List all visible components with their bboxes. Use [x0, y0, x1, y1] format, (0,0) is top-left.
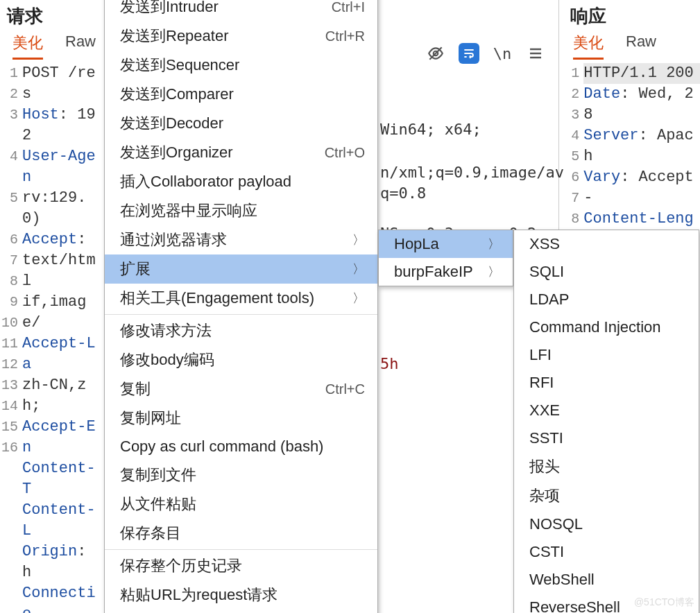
menu-item[interactable]: 扩展〉: [105, 254, 377, 284]
menu-item[interactable]: CSTI: [514, 538, 699, 566]
line-number: 7: [0, 250, 18, 271]
menu-item-label: 发送到Organizer: [120, 142, 233, 163]
menu-item[interactable]: 修改body编码: [105, 345, 377, 374]
menu-item-label: LDAP: [529, 291, 569, 309]
menu-item[interactable]: 相关工具(Engagement tools)〉: [105, 284, 377, 313]
line-number: 4: [0, 146, 18, 167]
menu-item[interactable]: 添加到站点地图: [105, 610, 377, 613]
menu-item[interactable]: 修改请求方法: [105, 316, 377, 345]
code-line: Content-T: [22, 458, 102, 500]
tab-pretty-response[interactable]: 美化: [573, 33, 604, 60]
menu-item[interactable]: Copy as curl command (bash): [105, 433, 377, 460]
menu-shortcut: Ctrl+R: [325, 28, 365, 44]
menu-item-label: WebShell: [529, 571, 595, 589]
menu-icon[interactable]: [525, 43, 546, 64]
menu-shortcut: Ctrl+I: [332, 0, 365, 15]
menu-item-label: XSS: [529, 235, 560, 253]
wrap-lines-icon[interactable]: [459, 43, 479, 64]
code-line: Vary: Accept-: [583, 167, 700, 209]
menu-item-label: 修改body编码: [120, 349, 214, 370]
code-line: Content-L: [22, 500, 102, 542]
menu-item-label: SSTI: [529, 429, 563, 447]
code-line: text/html: [22, 250, 102, 292]
menu-item[interactable]: XXE: [514, 397, 699, 424]
menu-item[interactable]: 发送到OrganizerCtrl+O: [105, 138, 377, 167]
menu-item[interactable]: ReverseShell: [514, 594, 699, 613]
menu-item[interactable]: HopLa〉: [379, 230, 513, 258]
menu-item[interactable]: 复制Ctrl+C: [105, 374, 377, 404]
tab-pretty-request[interactable]: 美化: [12, 33, 43, 60]
code-line: rv:129.0): [22, 188, 102, 230]
menu-separator: [105, 549, 377, 550]
menu-item-label: RFI: [529, 374, 554, 392]
request-gutter: 12345678910111213141516: [0, 63, 22, 613]
menu-item[interactable]: LFI: [514, 341, 699, 369]
code-line: zh-CN,zh;: [22, 375, 102, 417]
menu-item[interactable]: 通过浏览器请求〉: [105, 225, 377, 254]
menu-item-label: ReverseShell: [529, 598, 620, 613]
menu-item[interactable]: 复制到文件: [105, 460, 377, 490]
code-line: Accept-En: [22, 417, 102, 458]
menu-separator: [105, 314, 377, 315]
menu-item-label: HopLa: [394, 235, 439, 253]
menu-item[interactable]: SSTI: [514, 424, 699, 452]
request-code[interactable]: POST /resHost: 192User-Agenrv:129.0)Acce…: [22, 63, 102, 613]
menu-item[interactable]: RFI: [514, 369, 699, 397]
menu-item-label: 发送到Sequencer: [120, 55, 239, 76]
menu-item-label: 修改请求方法: [120, 320, 212, 341]
menu-item[interactable]: 保存条目: [105, 519, 377, 548]
code-line: POST /res: [22, 63, 102, 105]
code-line: Server: Apach: [583, 126, 700, 167]
menu-item[interactable]: XSS: [514, 230, 699, 258]
tab-raw-response[interactable]: Raw: [626, 33, 656, 60]
menu-item[interactable]: 插入Collaborator payload: [105, 167, 377, 196]
menu-item[interactable]: 从文件粘贴: [105, 490, 377, 519]
menu-item[interactable]: 发送到Comparer: [105, 80, 377, 109]
line-number: 15: [0, 417, 18, 438]
menu-item[interactable]: 发送到RepeaterCtrl+R: [105, 21, 377, 51]
menu-item[interactable]: Command Injection: [514, 313, 699, 341]
menu-item-label: 发送到Decoder: [120, 113, 223, 134]
visibility-off-icon[interactable]: [425, 43, 446, 64]
menu-item-label: 插入Collaborator payload: [120, 171, 291, 192]
menu-item[interactable]: burpFakeIP〉: [379, 258, 513, 286]
menu-item[interactable]: 在浏览器中显示响应: [105, 196, 377, 225]
menu-item[interactable]: 发送到Sequencer: [105, 51, 377, 80]
menu-item[interactable]: NOSQL: [514, 510, 699, 538]
menu-item[interactable]: 杂项: [514, 481, 699, 510]
menu-item[interactable]: 报头: [514, 452, 699, 481]
menu-shortcut: Ctrl+O: [325, 145, 365, 161]
menu-item-label: 从文件粘贴: [120, 494, 196, 515]
tab-raw-request[interactable]: Raw: [65, 33, 96, 60]
menu-item[interactable]: 发送到IntruderCtrl+I: [105, 0, 377, 21]
code-line: Accept-La: [22, 334, 102, 375]
extensions-submenu: HopLa〉burpFakeIP〉: [378, 230, 513, 286]
menu-item[interactable]: WebShell: [514, 566, 699, 594]
menu-item[interactable]: 保存整个历史记录: [105, 551, 377, 580]
menu-item[interactable]: 复制网址: [105, 404, 377, 433]
line-number: 1: [559, 63, 579, 84]
line-number: 3: [559, 105, 579, 126]
menu-item-label: 复制网址: [120, 408, 181, 429]
line-number: 8: [0, 271, 18, 292]
menu-item[interactable]: SQLI: [514, 258, 699, 286]
menu-item-label: 发送到Comparer: [120, 84, 234, 105]
code-line: Date: Wed, 28: [583, 84, 700, 126]
code-line: Connectio: [22, 583, 102, 613]
menu-item-label: 通过浏览器请求: [120, 230, 227, 250]
menu-item-label: CSTI: [529, 543, 564, 561]
line-number: 2: [559, 84, 579, 105]
line-number: 8: [559, 209, 579, 230]
menu-item[interactable]: 发送到Decoder: [105, 109, 377, 138]
chevron-right-icon: 〉: [352, 232, 365, 248]
menu-item[interactable]: 粘贴URL为request请求: [105, 580, 377, 610]
menu-item[interactable]: LDAP: [514, 286, 699, 313]
line-number: 12: [0, 354, 18, 375]
code-line: if,image/: [22, 292, 102, 334]
line-number: 5: [559, 146, 579, 167]
newline-icon[interactable]: \n: [492, 43, 513, 64]
menu-item-label: 相关工具(Engagement tools): [120, 288, 314, 309]
menu-item-label: 发送到Intruder: [120, 0, 219, 17]
menu-item-label: NOSQL: [529, 515, 583, 533]
line-number: 7: [559, 188, 579, 209]
